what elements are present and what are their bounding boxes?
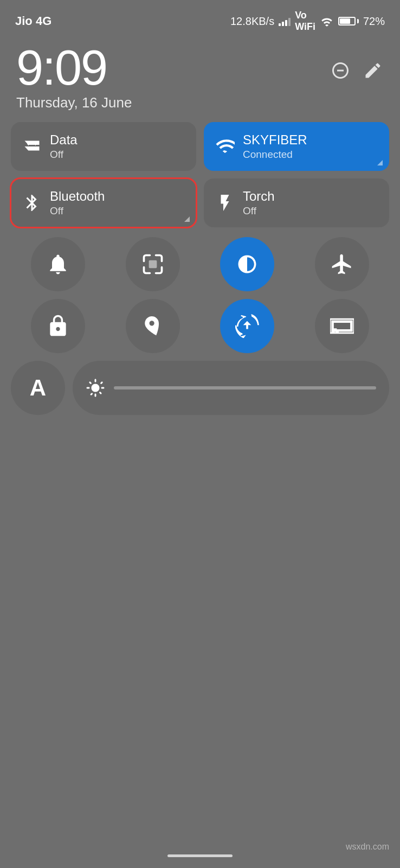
wifi-tile-status: Connected bbox=[243, 149, 307, 161]
round-buttons-row-1 bbox=[0, 237, 400, 291]
tile-torch[interactable]: Torch Off bbox=[204, 178, 389, 227]
brightness-track[interactable] bbox=[114, 386, 376, 390]
torch-icon bbox=[215, 193, 235, 213]
signal-icon bbox=[279, 16, 291, 26]
autorotate-button[interactable] bbox=[220, 299, 274, 353]
bluetooth-arrow bbox=[184, 216, 190, 222]
screencast-button[interactable] bbox=[315, 299, 369, 353]
round-buttons-row-2 bbox=[0, 299, 400, 353]
mobile-data-icon bbox=[22, 136, 42, 157]
quick-tiles: Data Off SKYFIBER Connected bbox=[0, 122, 400, 227]
font-button[interactable]: A bbox=[11, 361, 65, 415]
status-icons: 12.8KB/s VoWiFi 72% bbox=[230, 10, 385, 33]
wifi-tile-title: SKYFIBER bbox=[243, 132, 307, 148]
torch-status: Off bbox=[243, 205, 275, 217]
svg-rect-0 bbox=[149, 260, 157, 269]
brightness-control[interactable] bbox=[73, 361, 389, 415]
time-action-icons[interactable] bbox=[330, 60, 384, 81]
battery-indicator bbox=[338, 17, 359, 25]
wifi-tile-icon bbox=[215, 136, 235, 157]
watermark: wsxdn.com bbox=[346, 842, 389, 852]
time-section: 9:09 Thursday, 16 June bbox=[0, 38, 400, 122]
home-indicator[interactable] bbox=[167, 854, 233, 857]
bluetooth-icon bbox=[22, 193, 42, 213]
bell-button[interactable] bbox=[31, 237, 85, 291]
wifi-status-icon bbox=[320, 16, 334, 27]
status-bar: Jio 4G 12.8KB/s VoWiFi 72% bbox=[0, 0, 400, 38]
mobile-data-title: Data bbox=[50, 132, 78, 148]
font-label: A bbox=[30, 375, 46, 401]
dnd-icon[interactable] bbox=[330, 60, 351, 81]
battery-percent: 72% bbox=[363, 15, 385, 28]
tiles-row-2: Bluetooth Off Torch Off bbox=[11, 178, 389, 227]
invert-button[interactable] bbox=[220, 237, 274, 291]
bottom-controls: A bbox=[0, 361, 400, 415]
tile-bluetooth[interactable]: Bluetooth Off bbox=[11, 178, 196, 227]
clock-time: 9:09 bbox=[16, 43, 132, 92]
mobile-data-status: Off bbox=[50, 149, 78, 161]
tile-wifi[interactable]: SKYFIBER Connected bbox=[204, 122, 389, 171]
torch-title: Torch bbox=[243, 189, 275, 205]
tile-mobile-data[interactable]: Data Off bbox=[11, 122, 196, 171]
edit-icon[interactable] bbox=[362, 60, 384, 81]
screenshot-button[interactable] bbox=[126, 237, 180, 291]
location-button[interactable] bbox=[126, 299, 180, 353]
bluetooth-title: Bluetooth bbox=[50, 189, 105, 205]
airplane-button[interactable] bbox=[315, 237, 369, 291]
speed-label: 12.8KB/s bbox=[230, 15, 274, 28]
carrier-label: Jio 4G bbox=[15, 14, 51, 28]
bluetooth-status: Off bbox=[50, 205, 105, 217]
wifi-arrow bbox=[377, 160, 383, 165]
brightness-icon bbox=[86, 378, 105, 398]
tiles-row-1: Data Off SKYFIBER Connected bbox=[11, 122, 389, 171]
clock-date: Thursday, 16 June bbox=[16, 94, 132, 111]
lock-button[interactable] bbox=[31, 299, 85, 353]
vowifi-label: VoWiFi bbox=[295, 10, 315, 33]
